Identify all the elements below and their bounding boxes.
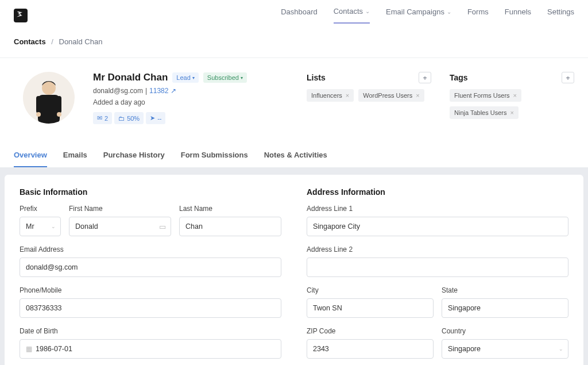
address2-label: Address Line 2 [307,245,568,253]
address1-label: Address Line 1 [307,205,568,213]
chevron-down-icon: ⌄ [51,224,56,229]
state-label: State [442,286,568,294]
svg-rect-3 [57,96,61,113]
add-list-button[interactable]: + [419,72,431,83]
tag-chip[interactable]: Fluent Forms Users× [450,89,521,102]
first-name-input[interactable]: Donald▭ [69,217,171,236]
list-chip[interactable]: Influencers× [307,89,354,102]
tab-emails[interactable]: Emails [63,151,87,167]
folder-icon: 🗀 [118,115,125,122]
dob-label: Date of Birth [20,327,281,335]
calendar-icon: ▦ [26,345,32,353]
prefix-label: Prefix [20,205,61,213]
phone-label: Phone/Mobile [20,286,281,294]
nav-campaigns-label: Email Campaigns [386,7,444,16]
lists-title: Lists [307,73,326,82]
dob-input[interactable]: ▦1986-07-01 [20,339,281,359]
contact-email-text: donald@sg.com [93,87,143,95]
tags-title: Tags [450,73,468,82]
zip-label: ZIP Code [307,327,434,335]
address2-input[interactable] [307,258,568,277]
list-chip[interactable]: WordPress Users× [358,89,424,102]
nav-campaigns[interactable]: Email Campaigns⌄ [386,7,451,24]
stat-open-rate[interactable]: 🗀50% [114,112,144,124]
tab-notes[interactable]: Notes & Activities [264,151,327,167]
nav-settings[interactable]: Settings [547,7,574,24]
breadcrumb-current: Donald Chan [59,37,103,46]
lead-badge[interactable]: Lead▾ [172,72,198,83]
card-icon: ▭ [159,222,166,231]
close-icon[interactable]: × [346,92,349,99]
stat-send[interactable]: ➤-- [146,112,165,124]
last-name-label: Last Name [179,205,281,213]
close-icon[interactable]: × [510,109,514,116]
contact-id[interactable]: 11382 [149,87,168,95]
tab-overview[interactable]: Overview [14,151,47,167]
stat-emails[interactable]: ✉2 [93,112,112,124]
chevron-down-icon: ⌄ [447,9,451,15]
nav-funnels[interactable]: Funnels [505,7,531,24]
external-link-icon[interactable]: ↗ [171,87,176,95]
country-label: Country [442,327,568,335]
main-nav: Dashboard Contacts⌄ Email Campaigns⌄ For… [281,7,574,24]
add-tag-button[interactable]: + [562,72,574,83]
contact-name: Mr Donald Chan [93,72,168,83]
subscribed-badge[interactable]: Subscribed▾ [203,72,247,83]
avatar [23,72,75,124]
country-select[interactable]: Singapore⌄ [442,339,568,359]
svg-rect-1 [38,95,60,124]
breadcrumb: Contacts / Donald Chan [0,33,588,58]
close-icon[interactable]: × [416,92,419,99]
caret-down-icon: ▾ [192,75,195,80]
address-info-title: Address Information [307,187,568,197]
breadcrumb-root[interactable]: Contacts [14,37,46,46]
svg-rect-2 [36,96,41,113]
tag-chip[interactable]: Ninja Tables Users× [450,106,519,119]
nav-contacts[interactable]: Contacts⌄ [334,7,370,24]
address1-input[interactable]: Singapore City [307,217,568,236]
caret-down-icon: ▾ [241,75,243,80]
nav-dashboard[interactable]: Dashboard [281,7,318,24]
app-logo[interactable] [14,9,28,22]
state-input[interactable]: Singapore [442,298,568,318]
email-input[interactable]: donald@sg.com [20,258,281,277]
breadcrumb-sep: / [51,37,53,46]
contact-tabs: Overview Emails Purchase History Form Su… [0,131,588,168]
email-label: Email Address [20,245,281,253]
city-input[interactable]: Twon SN [307,298,434,318]
nav-contacts-label: Contacts [334,7,363,16]
last-name-input[interactable]: Chan [179,217,281,236]
svg-point-4 [36,112,41,117]
prefix-select[interactable]: Mr⌄ [20,217,61,236]
first-name-label: First Name [69,205,171,213]
nav-forms[interactable]: Forms [467,7,489,24]
chevron-down-icon: ⌄ [365,8,370,14]
city-label: City [307,286,434,294]
added-text: Added a day ago [93,98,288,106]
chevron-down-icon: ⌄ [559,346,563,352]
close-icon[interactable]: × [513,92,517,99]
tab-purchase[interactable]: Purchase History [103,151,165,167]
mail-icon: ✉ [97,114,102,122]
zip-input[interactable]: 2343 [307,339,434,359]
svg-point-5 [57,112,61,117]
basic-info-title: Basic Information [20,187,281,197]
send-icon: ➤ [150,114,155,122]
phone-input[interactable]: 083736333 [20,298,281,318]
tab-forms[interactable]: Form Submissions [181,151,248,167]
